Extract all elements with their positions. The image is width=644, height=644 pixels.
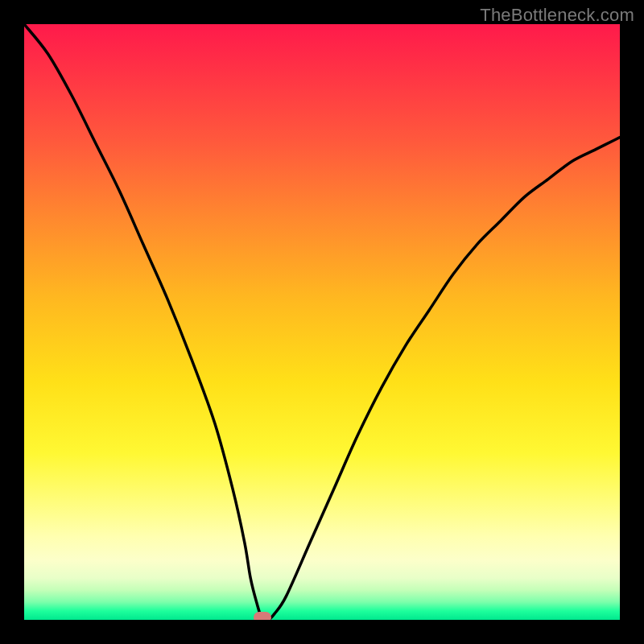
optimal-marker xyxy=(254,612,271,620)
curve-svg xyxy=(24,24,620,620)
bottleneck-curve xyxy=(24,24,620,620)
watermark-label: TheBottleneck.com xyxy=(480,5,634,26)
bottleneck-plot xyxy=(24,24,620,620)
